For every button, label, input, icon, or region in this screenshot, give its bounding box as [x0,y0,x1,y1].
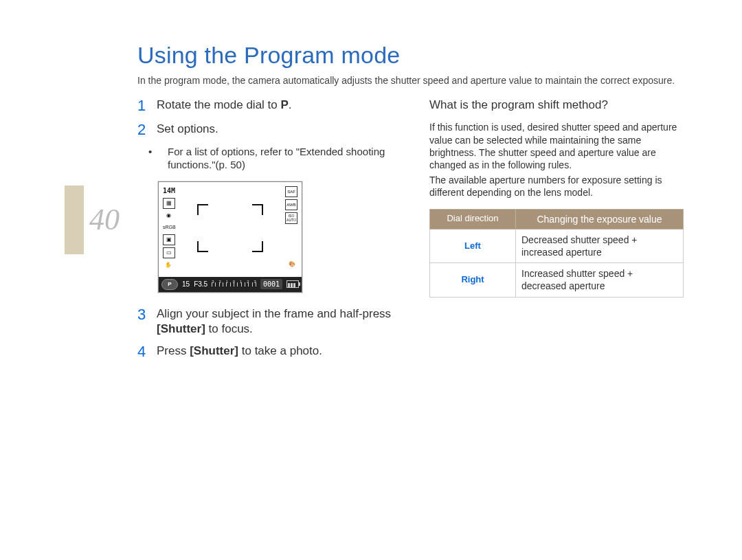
step-text: Set options. [157,122,392,138]
step-3: 3 Align your subject in the frame and ha… [137,306,392,337]
lcd-info-bar: P 15 F3.5 3210123 0001 [159,277,302,292]
exposure-change-cell: Increased shutter speed + decreased aper… [516,263,684,297]
table-header: Dial direction [430,209,516,229]
aperture-value: F3.5 [194,280,207,289]
shot-counter: 0001 [260,279,282,289]
step-number: 4 [137,344,147,360]
program-shift-table: Dial direction Changing the exposure val… [429,209,684,298]
intro-text: In the program mode, the camera automati… [137,74,684,87]
step-number: 1 [137,98,147,114]
section-heading: What is the program shift method? [429,98,684,113]
wb-icon: AWB [285,199,297,210]
color-mode-icon: sRGB [163,223,174,232]
af-mode-icon: SAF [285,186,297,197]
step-number: 3 [137,306,147,337]
table-row: Right Increased shutter speed + decrease… [430,263,684,297]
exposure-change-cell: Decreased shutter speed + increased aper… [516,229,684,262]
stabilizer-icon: ✋ [163,260,174,270]
table-row: Left Decreased shutter speed + increased… [430,229,684,262]
step-number: 2 [137,122,147,138]
metering-icon: ◉ [163,211,174,221]
dial-direction-cell: Right [430,263,516,297]
quality-icon: ▣ [163,234,175,245]
image-size-icon: 14M [163,186,174,196]
camera-lcd-preview: 14M ▦ ◉ sRGB ▣ ▭ ✋ SAF AWB ISO AUTO [158,181,302,293]
shutter-speed-value: 15 [182,280,190,289]
step-text: Press [157,344,190,357]
shutter-key: [Shutter] [190,344,238,357]
mode-indicator-icon: P [161,279,178,290]
grid-icon: ▦ [163,198,175,209]
shutter-key: [Shutter] [157,322,205,335]
mode-dial-value: P [281,98,289,111]
picture-wizard-icon: 🎨 [286,260,297,269]
drive-icon: ▭ [163,247,175,258]
step-4: 4 Press [Shutter] to take a photo. [137,344,392,360]
step-text: Rotate the mode dial to [157,98,281,111]
table-header: Changing the exposure value [516,209,684,229]
battery-icon [286,280,299,288]
paragraph: The available aperture numbers for expos… [429,174,684,199]
step-text: Align your subject in the frame and half… [157,307,391,320]
focus-brackets [197,204,263,252]
step-2-note: For a list of options, refer to "Extende… [137,145,392,172]
step-2: 2 Set options. [137,122,392,138]
page-title: Using the Program mode [137,40,684,70]
iso-icon: ISO AUTO [285,212,297,224]
paragraph: If this function is used, desired shutte… [429,121,684,171]
step-1: 1 Rotate the mode dial to P. [137,98,392,114]
ev-scale: 3210123 [212,281,256,288]
dial-direction-cell: Left [430,229,516,262]
